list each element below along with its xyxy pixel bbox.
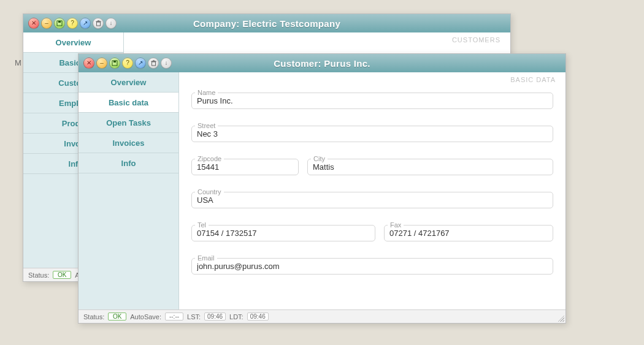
floppy-icon: [56, 20, 63, 26]
window-minimize-button[interactable]: –: [41, 18, 52, 29]
minimize-icon: –: [100, 60, 104, 66]
arrow-down-icon: ↓: [165, 60, 168, 66]
close-icon: ✕: [86, 60, 91, 66]
autosave-value: --:--: [165, 313, 183, 320]
svg-rect-6: [113, 61, 116, 63]
country-field: Country: [191, 183, 553, 208]
window-popout-button[interactable]: ↗: [135, 58, 146, 69]
autosave-label: AutoSave:: [130, 313, 161, 320]
customer-titlebar: ✕ – ? ↗ ↓ Customer: Purus Inc.: [79, 54, 565, 72]
svg-rect-9: [153, 60, 155, 61]
sidebar-item-opentasks[interactable]: Open Tasks: [79, 113, 178, 133]
arrow-down-icon: ↓: [110, 20, 113, 26]
sidebar-item-basicdata[interactable]: Basic data: [79, 93, 178, 113]
window-help-button[interactable]: ?: [122, 58, 133, 69]
customer-section-label: BASIC DATA: [510, 76, 556, 83]
window-save-button[interactable]: [109, 58, 120, 69]
trash-icon: [96, 20, 101, 26]
window-minimize-button[interactable]: –: [96, 58, 107, 69]
window-delete-button[interactable]: [93, 18, 104, 29]
floppy-icon: [112, 60, 118, 66]
email-input[interactable]: [191, 258, 553, 275]
customer-statusbar: Status: OK AutoSave: --:-- LST: 09:46 LD…: [79, 309, 565, 323]
ldt-value: 09:46: [247, 313, 269, 320]
zipcode-field: Zipcode: [191, 150, 299, 175]
status-value: OK: [53, 271, 71, 279]
country-input[interactable]: [191, 192, 553, 208]
customer-form: Name Street Zipcode City: [191, 83, 553, 275]
city-label: City: [311, 155, 328, 162]
street-input[interactable]: [191, 126, 553, 142]
street-field: Street: [191, 116, 553, 142]
status-label: Status:: [28, 271, 49, 279]
svg-rect-1: [58, 21, 61, 23]
minimize-icon: –: [45, 20, 48, 26]
popout-icon: ↗: [83, 20, 88, 26]
fax-field: Fax: [384, 216, 553, 241]
lst-value: 09:46: [204, 313, 226, 320]
background-letter: M: [15, 58, 21, 67]
email-label: Email: [195, 254, 217, 262]
sidebar-item-invoices[interactable]: Invoices: [79, 133, 178, 153]
customer-window: ✕ – ? ↗ ↓ Customer: Purus Inc. Overview …: [78, 53, 566, 324]
sidebar-item-overview[interactable]: Overview: [79, 72, 178, 93]
street-label: Street: [195, 122, 218, 129]
window-delete-button[interactable]: [148, 58, 159, 69]
window-popout-button[interactable]: ↗: [80, 18, 91, 29]
svg-rect-7: [151, 62, 155, 66]
status-value: OK: [108, 313, 126, 320]
svg-rect-8: [151, 61, 156, 63]
fax-input[interactable]: [384, 225, 553, 241]
name-label: Name: [195, 89, 218, 96]
window-help-button[interactable]: ?: [67, 18, 78, 29]
tel-field: Tel: [191, 216, 375, 241]
company-titlebar-buttons: ✕ – ? ↗ ↓: [28, 18, 117, 29]
window-save-button[interactable]: [54, 18, 65, 29]
window-download-button[interactable]: ↓: [161, 58, 172, 69]
sidebar-item-overview[interactable]: Overview: [23, 32, 123, 53]
status-label: Status:: [83, 313, 104, 320]
city-input[interactable]: [307, 159, 553, 175]
company-section-label: CUSTOMERS: [452, 36, 500, 44]
window-close-button[interactable]: ✕: [28, 18, 39, 29]
help-icon: ?: [71, 20, 74, 26]
popout-icon: ↗: [138, 60, 143, 66]
fax-label: Fax: [388, 221, 404, 229]
email-field: Email: [191, 249, 553, 275]
name-field: Name: [191, 83, 553, 109]
window-download-button[interactable]: ↓: [105, 18, 117, 29]
ldt-label: LDT:: [229, 313, 243, 320]
sidebar-item-info[interactable]: Info: [79, 153, 178, 173]
trash-icon: [151, 60, 156, 66]
tel-input[interactable]: [191, 225, 375, 241]
svg-rect-4: [98, 20, 99, 21]
tel-label: Tel: [195, 221, 209, 229]
window-close-button[interactable]: ✕: [83, 58, 94, 69]
svg-rect-2: [96, 22, 100, 26]
customer-sidebar: Overview Basic data Open Tasks Invoices …: [79, 72, 179, 309]
svg-rect-3: [96, 21, 101, 23]
lst-label: LST:: [187, 313, 201, 320]
name-input[interactable]: [191, 93, 553, 109]
company-titlebar: ✕ – ? ↗ ↓ Company: Electric Testcompany: [23, 14, 510, 32]
zipcode-label: Zipcode: [195, 155, 224, 162]
close-icon: ✕: [31, 20, 36, 26]
resize-handle[interactable]: [557, 314, 564, 322]
help-icon: ?: [126, 60, 129, 66]
customer-titlebar-buttons: ✕ – ? ↗ ↓: [83, 58, 172, 69]
city-field: City: [307, 150, 553, 175]
country-label: Country: [195, 188, 224, 195]
customer-content: BASIC DATA Name Street Zipcode City: [179, 72, 565, 309]
